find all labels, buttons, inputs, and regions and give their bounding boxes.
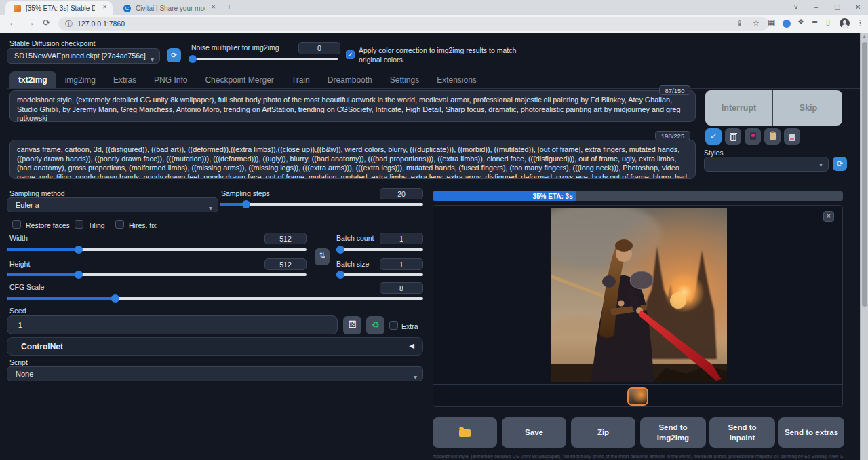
scrollbar-thumb[interactable] — [862, 42, 867, 307]
tab-train[interactable]: Train — [283, 71, 319, 89]
batch-size-label: Batch size — [336, 260, 369, 268]
color-correction-label: Apply color correction to img2img result… — [359, 46, 516, 54]
checkpoint-refresh-button[interactable]: ⟳ — [167, 48, 181, 62]
batch-count-label: Batch count — [336, 234, 374, 242]
window-maximize-icon[interactable]: ▢ — [834, 3, 840, 11]
cfg-scale-slider[interactable] — [7, 294, 423, 303]
tab-title: [35% ETA: 3s] Stable Diffusion — [26, 5, 95, 12]
noise-multiplier-slider[interactable] — [190, 54, 338, 64]
height-label: Height — [9, 260, 30, 268]
tab-checkpoint-merger[interactable]: Checkpoint Merger — [196, 71, 282, 89]
checkpoint-label: Stable Diffusion checkpoint — [9, 39, 95, 47]
extension-blue-icon[interactable] — [783, 20, 791, 28]
reading-list-icon[interactable]: ≣ — [812, 18, 818, 26]
reuse-seed-button[interactable]: ♻ — [366, 316, 384, 334]
height-value[interactable]: 512 — [264, 258, 307, 270]
controlnet-accordion[interactable]: ControlNet ◀ — [7, 337, 423, 356]
progress-fill: 35% ETA: 3s — [433, 191, 576, 201]
batch-size-value[interactable]: 1 — [380, 258, 423, 270]
color-correction-checkbox[interactable]: ✓ — [346, 50, 355, 59]
browser-tab-active[interactable]: [35% ETA: 3s] Stable Diffusion ✕ — [5, 1, 113, 15]
gallery-close-button[interactable]: × — [823, 211, 834, 222]
url-text: 127.0.0.1:7860 — [77, 20, 125, 28]
checkpoint-select[interactable]: SD15NewVAEpruned.ckpt [27a4ac756c] ▾ — [7, 48, 160, 64]
sampling-steps-slider[interactable] — [220, 199, 423, 209]
apply-styles-button[interactable] — [764, 128, 781, 145]
seed-input[interactable]: -1 — [7, 315, 338, 334]
script-value: None — [16, 370, 33, 378]
tab-extensions[interactable]: Extensions — [428, 71, 486, 89]
tab-close-icon[interactable]: ✕ — [102, 4, 107, 10]
controlnet-title: ControlNet — [21, 342, 63, 351]
bookmark-star-icon[interactable]: ☆ — [753, 19, 760, 28]
tab-divider — [7, 88, 861, 89]
window-minimize-icon[interactable]: – — [814, 3, 818, 11]
open-output-folder-button[interactable] — [433, 417, 497, 448]
send-to-extras-button[interactable]: Send to extras — [778, 417, 844, 448]
back-icon[interactable]: ← — [8, 18, 17, 28]
generation-preview-image[interactable] — [551, 208, 727, 382]
site-info-icon[interactable]: ⓘ — [65, 19, 73, 29]
cfg-scale-value[interactable]: 8 — [380, 282, 423, 294]
profile-avatar[interactable] — [840, 18, 850, 28]
save-button[interactable]: Save — [502, 417, 566, 448]
cfg-scale-label: CFG Scale — [9, 283, 44, 291]
extra-seed-label: Extra — [401, 322, 418, 330]
page-scrollbar[interactable]: ▲ — [860, 33, 868, 460]
height-slider[interactable] — [7, 270, 307, 280]
paste-generation-params-button[interactable]: ↙ — [705, 128, 722, 145]
share-icon[interactable]: ⇪ — [736, 19, 743, 28]
negative-prompt-input[interactable] — [9, 140, 696, 179]
script-select[interactable]: None ▾ — [7, 366, 423, 381]
noise-multiplier-value[interactable]: 0 — [298, 42, 340, 54]
save-style-button[interactable] — [784, 128, 800, 145]
send-to-inpaint-button[interactable]: Send to inpaint — [709, 417, 775, 448]
tab-png-info[interactable]: PNG Info — [145, 71, 196, 89]
tab-close-icon[interactable]: ✕ — [211, 4, 216, 10]
reload-icon[interactable]: ⟳ — [43, 18, 50, 28]
prompt-input[interactable] — [9, 90, 696, 122]
kebab-menu-icon[interactable]: ⋮ — [856, 18, 865, 28]
sampling-method-select[interactable]: Euler a ▾ — [7, 197, 218, 212]
browser-tab-civitai[interactable]: C Civitai | Share your models ✕ — [115, 1, 221, 15]
width-value[interactable]: 512 — [264, 233, 307, 244]
extensions-puzzle-icon[interactable]: ❖ — [797, 18, 804, 26]
zip-button[interactable]: Zip — [571, 417, 635, 448]
tab-dreambooth[interactable]: Dreambooth — [319, 71, 381, 89]
address-bar[interactable]: ⓘ 127.0.0.1:7860 ⇪ ☆ — [58, 17, 769, 31]
tab-search-chevron-icon[interactable]: ∨ — [793, 3, 798, 11]
interrupt-button[interactable]: Interrupt — [705, 90, 773, 126]
extra-networks-button[interactable] — [745, 128, 761, 145]
gallery-thumbnail[interactable] — [627, 387, 648, 406]
tab-txt2img[interactable]: txt2img — [9, 71, 56, 89]
window-close-icon[interactable]: ✕ — [855, 3, 861, 11]
batch-count-value[interactable]: 1 — [380, 233, 423, 244]
skip-button[interactable]: Skip — [774, 90, 842, 126]
color-correction-label-2: original colors. — [359, 56, 405, 64]
prompt-token-counter: 87/150 — [659, 85, 690, 95]
random-seed-button[interactable]: ⚄ — [343, 316, 361, 334]
hires-fix-checkbox[interactable] — [115, 220, 124, 229]
side-panel-icon[interactable]: ▯ — [826, 18, 830, 26]
forward-icon[interactable]: → — [26, 18, 35, 28]
width-slider[interactable] — [7, 245, 307, 254]
extra-seed-checkbox[interactable] — [389, 321, 398, 330]
tab-extras[interactable]: Extras — [104, 71, 145, 89]
batch-count-slider[interactable] — [336, 245, 423, 254]
sampling-steps-value[interactable]: 20 — [380, 188, 423, 199]
paste-arrow-icon: ↙ — [710, 131, 717, 140]
tiling-checkbox[interactable] — [75, 220, 83, 229]
extension-grid-icon[interactable]: ▦ — [768, 18, 775, 27]
restore-faces-checkbox[interactable] — [12, 220, 21, 229]
send-to-img2img-button[interactable]: Send to img2img — [640, 417, 706, 448]
styles-refresh-button[interactable]: ⟳ — [833, 157, 847, 171]
new-tab-button[interactable]: + — [226, 2, 232, 12]
hires-fix-label: Hires. fix — [129, 221, 157, 229]
styles-select[interactable]: ▾ — [704, 157, 829, 172]
clear-prompt-button[interactable] — [725, 128, 741, 145]
swap-dimensions-button[interactable]: ⇅ — [315, 248, 330, 265]
batch-size-slider[interactable] — [336, 270, 423, 280]
tab-img2img[interactable]: img2img — [56, 71, 104, 89]
tab-settings[interactable]: Settings — [381, 71, 428, 89]
scrollbar-up-arrow-icon[interactable]: ▲ — [862, 34, 867, 39]
